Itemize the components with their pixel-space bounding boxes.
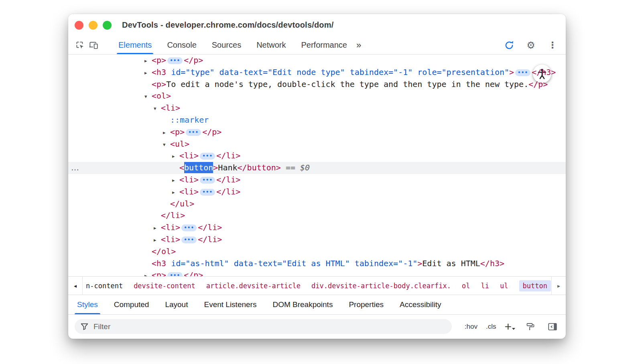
collapsed-content-ellipsis-icon[interactable]: ••• [181, 237, 197, 243]
token-attr: data-text="Edit as HTML" [229, 259, 350, 268]
zoom-button[interactable] [103, 21, 112, 30]
breadcrumb-item-ol[interactable]: ol [462, 282, 470, 290]
collapse-arrow-icon[interactable]: ▾ [154, 103, 161, 115]
collapsed-content-ellipsis-icon[interactable]: ••• [200, 153, 215, 160]
dom-tree-row[interactable]: </li> [68, 210, 566, 222]
filter-input[interactable]: Filter [75, 319, 452, 334]
expand-arrow-icon[interactable]: ▸ [144, 67, 152, 79]
breadcrumb-scroll-left-button[interactable]: ◂ [68, 277, 83, 295]
menu-button[interactable]: ⋮ [546, 38, 559, 52]
tab-performance[interactable]: Performance [294, 36, 355, 54]
rendering-button[interactable] [524, 320, 537, 334]
dom-tree-row[interactable]: ▾<ul> [68, 138, 566, 150]
token-text: Hank [218, 163, 237, 172]
panel-tab-accessibility[interactable]: Accessibility [392, 295, 449, 314]
dom-tree-row[interactable]: <p>To edit a node's type, double-click t… [68, 79, 566, 91]
collapsed-content-ellipsis-icon[interactable]: ••• [186, 129, 201, 136]
breadcrumb-item-devsite-content[interactable]: devsite-content [134, 282, 195, 290]
gear-icon: ⚙ [526, 40, 535, 51]
collapsed-content-ellipsis-icon[interactable]: ••• [200, 189, 215, 196]
token-tag: > [417, 259, 422, 268]
main-tabs: ElementsConsoleSourcesNetworkPerformance [111, 36, 355, 54]
dom-tree-row[interactable]: ▸<h3 id="type" data-text="Edit node type… [68, 67, 566, 79]
breadcrumb-scroll-right-button[interactable]: ▸ [551, 277, 566, 295]
token-tag: <li> [179, 175, 199, 184]
dom-tree-row[interactable]: </ol> [68, 246, 566, 258]
token-tag: </p> [528, 79, 548, 89]
dom-tree-row[interactable]: ▸<li>•••</li> [68, 234, 566, 246]
more-tabs-icon[interactable]: » [356, 40, 361, 51]
filter-placeholder: Filter [93, 322, 110, 331]
breadcrumb-item-article-devsite-article[interactable]: article.devsite-article [206, 282, 301, 290]
token-tag: < [179, 163, 184, 172]
expand-arrow-icon[interactable]: ▸ [172, 186, 179, 198]
settings-button[interactable]: ⚙ [524, 38, 538, 52]
toggle-element-state-button[interactable]: :hov [465, 323, 477, 331]
expand-arrow-icon[interactable]: ▸ [163, 127, 170, 139]
dom-tree-row[interactable]: ::marker [68, 114, 566, 126]
expand-arrow-icon[interactable]: ▸ [144, 55, 152, 67]
refresh-button[interactable] [502, 38, 516, 52]
dom-tree-row[interactable]: ▾<li> [68, 102, 566, 114]
panel-tab-layout[interactable]: Layout [157, 295, 196, 314]
inspect-icon [75, 40, 85, 51]
dom-tree-row-selected[interactable]: …<button>Hank</button> == $0 [68, 162, 566, 174]
collapsed-content-ellipsis-icon[interactable]: ••• [515, 69, 530, 76]
collapsed-content-ellipsis-icon[interactable]: ••• [181, 224, 197, 231]
dom-tree-row[interactable]: ▸<li>•••</li> [68, 222, 566, 234]
token-text: Edit as HTML [422, 259, 480, 268]
token-tag: </ol> [152, 247, 176, 256]
tab-elements[interactable]: Elements [111, 36, 159, 54]
breadcrumb-item-button[interactable]: button [519, 280, 551, 291]
token-tag: </p> [184, 270, 203, 276]
token-tag: <li> [161, 222, 180, 232]
collapse-arrow-icon[interactable]: ▾ [163, 139, 170, 151]
token-tag: </li> [216, 151, 240, 160]
expand-arrow-icon[interactable]: ▸ [172, 174, 179, 186]
collapsed-content-ellipsis-icon[interactable]: ••• [167, 57, 183, 64]
dom-tree-row[interactable]: ▸<p>•••</p> [68, 126, 566, 138]
collapsed-content-ellipsis-icon[interactable]: ••• [167, 272, 183, 276]
token-attr: id="as-html" [166, 259, 229, 268]
element-classes-button[interactable]: .cls [486, 323, 496, 331]
tab-console[interactable]: Console [159, 36, 204, 54]
dom-tree-row[interactable]: ▸<p>•••</p> [68, 269, 566, 276]
breadcrumb-item-li[interactable]: li [481, 282, 489, 290]
token-tag: > [509, 67, 514, 77]
breadcrumb-item-ul[interactable]: ul [500, 282, 508, 290]
panel-tab-event-listeners[interactable]: Event Listeners [196, 295, 264, 314]
minimize-button[interactable] [89, 21, 98, 30]
panel-tab-dom-breakpoints[interactable]: DOM Breakpoints [264, 295, 341, 314]
panel-tab-styles[interactable]: Styles [69, 295, 106, 314]
toggle-sidebar-button[interactable] [546, 320, 559, 334]
new-style-rule-button[interactable]: + [504, 322, 515, 332]
expand-arrow-icon[interactable]: ▸ [154, 222, 161, 234]
expand-arrow-icon[interactable]: ▸ [154, 234, 161, 246]
inspect-element-button[interactable] [73, 38, 87, 52]
dom-tree-row[interactable]: <h3 id="as-html" data-text="Edit as HTML… [68, 258, 566, 270]
tab-network[interactable]: Network [249, 36, 293, 54]
expand-arrow-icon[interactable]: ▸ [172, 150, 179, 162]
panel-tab-properties[interactable]: Properties [341, 295, 392, 314]
styles-filter-bar: Filter :hov .cls + [68, 314, 566, 338]
dom-tree-row[interactable]: ▸<li>•••</li> [68, 186, 566, 198]
collapsed-content-ellipsis-icon[interactable]: ••• [200, 177, 215, 184]
panel-tab-computed[interactable]: Computed [106, 295, 157, 314]
token-tag: > [213, 163, 218, 172]
tab-sources[interactable]: Sources [204, 36, 249, 54]
breadcrumb-item-n-content[interactable]: n-content [86, 282, 123, 290]
dom-tree-row[interactable]: ▸<li>•••</li> [68, 174, 566, 186]
breadcrumb-item-div-devsite-article-body-clearfix-[interactable]: div.devsite-article-body.clearfix. [311, 282, 451, 290]
expand-arrow-icon[interactable]: ▸ [144, 270, 152, 276]
dom-tree-row[interactable]: ▸<li>•••</li> [68, 150, 566, 162]
breadcrumb-bar: ◂ n-contentdevsite-contentarticle.devsit… [68, 276, 566, 295]
dom-tree-row[interactable]: </ul> [68, 198, 566, 210]
dom-tree-row[interactable]: ▸<p>•••</p> [68, 55, 566, 67]
token-tagsel: button [184, 162, 213, 173]
row-more-actions-icon[interactable]: … [71, 162, 79, 174]
device-toolbar-button[interactable] [87, 38, 100, 52]
token-tag: <p> [170, 127, 185, 137]
dom-tree-row[interactable]: ▾<ol> [68, 90, 566, 102]
collapse-arrow-icon[interactable]: ▾ [144, 91, 152, 103]
close-button[interactable] [75, 21, 83, 30]
